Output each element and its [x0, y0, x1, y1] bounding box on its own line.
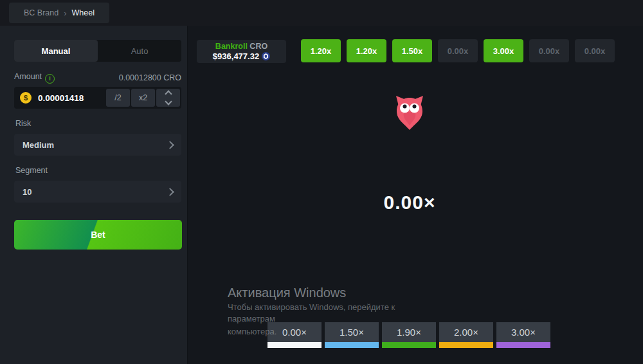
- chevron-right-icon: [166, 188, 174, 196]
- history-result-button[interactable]: 0.00x: [529, 39, 569, 62]
- segment-select[interactable]: 10: [14, 181, 181, 203]
- segment-label: Segment: [15, 166, 48, 175]
- history-label: 1.20x: [311, 46, 332, 56]
- risk-label: Risk: [15, 119, 31, 128]
- payout-legend: 0.00× 1.50× 1.90× 2.00× 3.00×: [267, 322, 550, 348]
- risk-value: Medium: [23, 140, 54, 150]
- payout-color-bar: [267, 342, 322, 348]
- info-icon: i: [45, 74, 55, 84]
- payout-label: 0.00×: [267, 322, 322, 342]
- payout-segment: 0.00×: [267, 322, 322, 348]
- wallet-balance: 0.00012800 CRO: [119, 73, 181, 82]
- history-label: 3.00x: [493, 46, 514, 56]
- history-result-button[interactable]: 1.20x: [301, 39, 341, 62]
- payout-label: 1.50×: [325, 322, 379, 342]
- bet-controls-sidebar: Manual Auto Amounti 0.00012800 CRO $ /2 …: [0, 26, 188, 364]
- breadcrumb: BC Brand › Wheel: [9, 3, 109, 23]
- history-label: 1.20x: [356, 46, 377, 56]
- history-label: 0.00x: [584, 46, 606, 56]
- bankroll-amount-row: $936,477.32: [213, 51, 270, 62]
- coin-dollar-icon: $: [20, 92, 32, 104]
- payout-label: 3.00×: [496, 322, 550, 342]
- bet-button[interactable]: Bet: [14, 220, 182, 250]
- bankroll-display[interactable]: Bankroll CRO $936,477.32: [197, 40, 286, 63]
- history-result-button[interactable]: 1.20x: [347, 39, 386, 62]
- bankroll-amount: $936,477.32: [213, 51, 259, 62]
- payout-segment: 1.50×: [325, 322, 379, 348]
- chevron-up-icon[interactable]: [165, 90, 172, 97]
- tab-auto[interactable]: Auto: [98, 40, 181, 62]
- current-multiplier: 0.00×: [384, 192, 436, 214]
- history-label: 0.00x: [539, 46, 560, 56]
- breadcrumb-current-page: Wheel: [72, 8, 95, 17]
- tab-manual[interactable]: Manual: [14, 40, 98, 62]
- bankroll-currency: CRO: [249, 42, 267, 51]
- history-label: 0.00x: [448, 46, 469, 56]
- payout-color-bar: [325, 342, 379, 348]
- amount-header: Amounti 0.00012800 CRO: [14, 72, 181, 84]
- game-panel: Bankroll CRO $936,477.32 1.20x 1.20x 1.5…: [188, 26, 643, 364]
- owl-mascot-icon: [395, 95, 424, 132]
- wheel-game-app: BC Brand › Wheel Manual Auto Amounti 0.0…: [0, 0, 643, 364]
- payout-color-bar: [496, 342, 550, 348]
- half-bet-button[interactable]: /2: [106, 89, 130, 107]
- segment-value: 10: [23, 187, 32, 197]
- amount-input[interactable]: [37, 93, 105, 104]
- breadcrumb-separator-icon: ›: [64, 8, 66, 18]
- payout-segment: 2.00×: [439, 322, 493, 348]
- payout-segment: 1.90×: [382, 322, 436, 348]
- bankroll-title: Bankroll: [215, 42, 248, 51]
- payout-label: 2.00×: [439, 322, 493, 342]
- history-result-button[interactable]: 1.50x: [392, 39, 432, 62]
- risk-select[interactable]: Medium: [14, 134, 181, 156]
- amount-input-group: $ /2 x2: [14, 87, 181, 109]
- amount-label: Amounti: [14, 72, 55, 84]
- history-label: 1.50x: [402, 46, 423, 56]
- breadcrumb-brand-link[interactable]: BC Brand: [24, 8, 59, 17]
- mode-tabbar: Manual Auto: [14, 40, 181, 62]
- chevron-down-icon[interactable]: [165, 98, 172, 105]
- payout-label: 1.90×: [382, 322, 436, 342]
- payout-color-bar: [382, 342, 436, 348]
- payout-color-bar: [439, 342, 493, 348]
- result-history-bar: 1.20x 1.20x 1.50x 0.00x 3.00x 0.00x 0.00…: [301, 39, 615, 62]
- history-result-button[interactable]: 0.00x: [438, 39, 478, 62]
- amount-stepper[interactable]: [156, 89, 180, 107]
- history-result-button[interactable]: 0.00x: [575, 39, 615, 62]
- bankroll-title-row: Bankroll CRO: [215, 42, 267, 51]
- chevron-right-icon: [166, 141, 174, 149]
- cro-coin-icon: [262, 52, 270, 60]
- history-result-button[interactable]: 3.00x: [484, 39, 523, 62]
- double-bet-button[interactable]: x2: [131, 89, 155, 107]
- payout-segment: 3.00×: [496, 322, 550, 348]
